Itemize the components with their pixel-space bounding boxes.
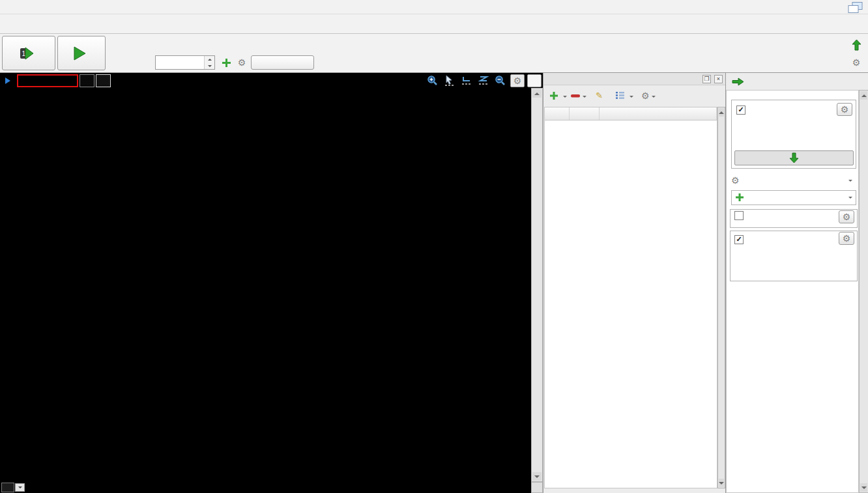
measurements-table: [544, 107, 717, 488]
time-checkbox[interactable]: ✓: [736, 106, 745, 115]
plot-gear-icon[interactable]: ⚙: [510, 74, 525, 87]
value-column-header[interactable]: [600, 107, 717, 120]
channel-2-group: ✓ ⚙: [730, 231, 858, 281]
show-measurements-button[interactable]: [614, 91, 629, 100]
amplitude-histogram: [519, 88, 530, 482]
cascade-windows-icon[interactable]: [845, 1, 865, 14]
list-icon: [616, 92, 624, 99]
collapse-panel-arrow-icon[interactable]: [732, 77, 744, 86]
down-arrow-icon: [789, 152, 799, 163]
measurements-panel-titlebar: ❐ ×: [543, 73, 725, 85]
channel-settings-panel: ✓ ⚙ ⚙: [725, 73, 868, 493]
show-menu-caret-icon[interactable]: [629, 96, 633, 100]
channel-1-checkbox[interactable]: [734, 211, 744, 220]
x-axis-button[interactable]: [1, 483, 14, 492]
plus-icon: [736, 193, 744, 201]
channel-2-tab[interactable]: [96, 74, 111, 87]
channel-2-gear-icon[interactable]: ⚙: [839, 232, 854, 245]
menu-bar: [0, 0, 868, 14]
expand-arrow-icon[interactable]: [5, 77, 11, 85]
x-axis-dropdown-icon[interactable]: [15, 483, 25, 492]
panel-scrollbar[interactable]: [859, 90, 868, 493]
trigger-gear-icon[interactable]: ⚙: [849, 55, 863, 70]
scroll-down-icon[interactable]: [719, 479, 724, 487]
channel-1-gear-icon[interactable]: ⚙: [839, 210, 854, 223]
buffer-spinner[interactable]: [155, 55, 215, 70]
scroll-up-icon[interactable]: [719, 108, 724, 117]
scrollbar-corner: [531, 482, 543, 493]
add-channel-button[interactable]: [731, 190, 856, 205]
pointer-icon[interactable]: [442, 74, 457, 87]
y-axis-button[interactable]: [527, 74, 542, 87]
minus-icon: [571, 92, 580, 100]
options-gear-icon: ⚙: [731, 175, 740, 186]
run-icon: [72, 45, 87, 62]
x-cursor-icon[interactable]: [459, 74, 474, 87]
status-badge: [17, 74, 78, 87]
channel-1-group: ⚙: [730, 209, 858, 228]
waveform-plot[interactable]: [31, 88, 518, 482]
zoom-out-icon[interactable]: [493, 74, 508, 87]
measurements-scrollbar[interactable]: [717, 107, 725, 488]
scope-vertical-scrollbar[interactable]: [531, 88, 543, 482]
scroll-up-icon[interactable]: [860, 91, 867, 100]
pencil-icon: ✎: [596, 91, 603, 100]
close-panel-icon[interactable]: ×: [714, 75, 723, 83]
channel-2-checkbox[interactable]: ✓: [734, 235, 744, 244]
x-axis-bar: [0, 482, 543, 493]
add-channel-caret-icon: [848, 197, 852, 201]
measurements-table-header: [545, 107, 717, 120]
float-panel-icon[interactable]: ❐: [702, 75, 711, 83]
options-caret-icon: [848, 180, 852, 184]
view-tab-bar: [0, 14, 868, 34]
add-buffer-icon[interactable]: [219, 55, 233, 70]
name-column-header[interactable]: [570, 107, 600, 120]
acquisition-toolbar: 1 ⚙ ⚙: [0, 34, 868, 73]
remove-menu-caret-icon[interactable]: [583, 96, 586, 100]
scope-plot-area: ⚙: [0, 73, 543, 493]
trigger-up-arrow-icon[interactable]: [849, 38, 863, 52]
measurements-toolbar: ✎ ⚙: [543, 85, 725, 106]
zoom-in-icon[interactable]: [426, 74, 440, 87]
single-button[interactable]: 1: [2, 36, 55, 70]
single-icon: 1: [19, 45, 35, 62]
add-measurement-button[interactable]: [548, 91, 562, 101]
waveforms-scope-window: 1 ⚙ ⚙: [0, 0, 868, 493]
y-cursor-icon[interactable]: [476, 74, 491, 87]
edit-measurement-button[interactable]: ✎: [594, 89, 607, 102]
scroll-up-icon[interactable]: [532, 89, 542, 98]
measurements-gear-button[interactable]: ⚙: [639, 90, 652, 102]
scroll-down-icon[interactable]: [860, 483, 867, 492]
spin-up-icon[interactable]: [205, 56, 214, 63]
shift-down-button[interactable]: [734, 150, 854, 165]
auto-set-button[interactable]: [251, 55, 314, 70]
scope-header: ⚙: [0, 73, 543, 88]
spin-down-icon[interactable]: [205, 63, 214, 69]
remove-measurement-button[interactable]: [569, 91, 582, 101]
plus-icon: [550, 92, 558, 100]
time-group: ✓ ⚙: [731, 100, 856, 169]
options-row[interactable]: ⚙: [731, 174, 855, 188]
measurements-panel: ❐ × ✎ ⚙: [543, 73, 725, 493]
buffer-gear-icon[interactable]: ⚙: [235, 55, 249, 70]
add-menu-caret-icon[interactable]: [563, 96, 567, 100]
run-button[interactable]: [57, 36, 106, 70]
channel-1-tab[interactable]: [80, 74, 94, 87]
gear-menu-caret-icon[interactable]: [652, 96, 656, 100]
scroll-down-icon[interactable]: [532, 472, 542, 481]
time-gear-icon[interactable]: ⚙: [837, 103, 852, 116]
